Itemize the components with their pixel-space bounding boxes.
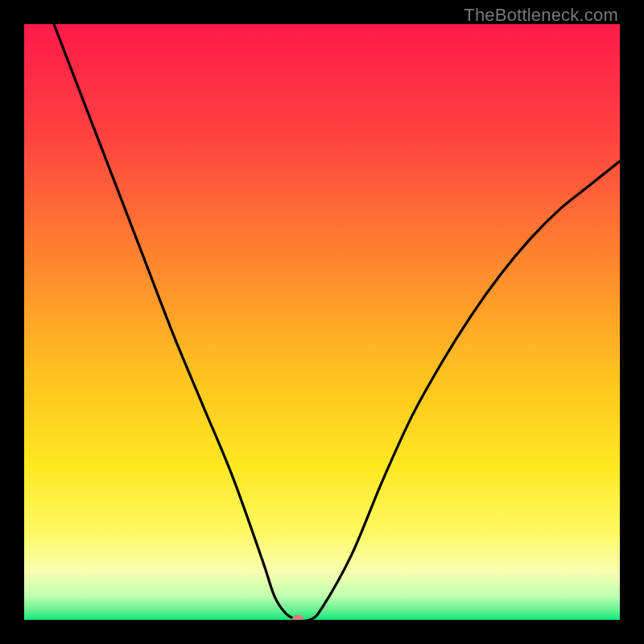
bottleneck-curve — [24, 24, 620, 620]
chart-frame: TheBottleneck.com — [0, 0, 644, 644]
plot-area — [24, 24, 620, 620]
optimal-marker — [292, 615, 303, 620]
watermark-label: TheBottleneck.com — [464, 5, 618, 26]
